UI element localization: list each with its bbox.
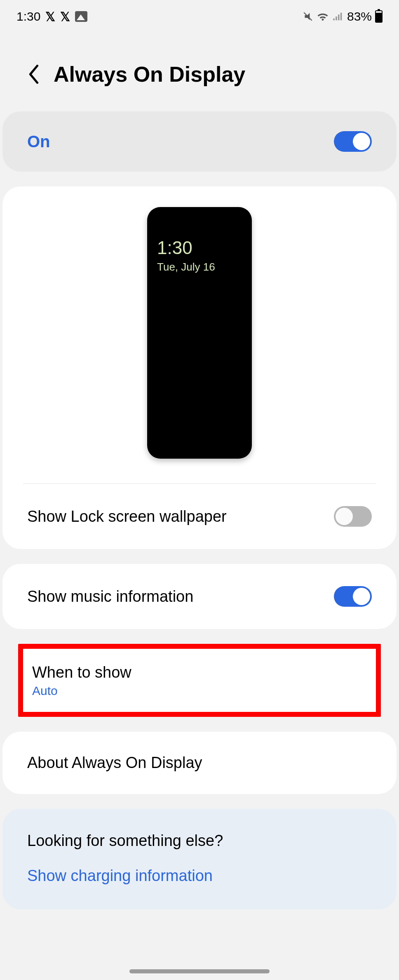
navigation-handle[interactable] <box>129 969 270 973</box>
master-toggle-row[interactable]: On <box>2 111 397 172</box>
back-button[interactable] <box>26 67 41 82</box>
status-right: 83% <box>303 9 383 24</box>
battery-icon <box>375 10 383 23</box>
about-card: About Always On Display <box>2 732 397 794</box>
preview-date: Tue, July 16 <box>157 261 242 273</box>
master-toggle-switch[interactable] <box>334 131 372 152</box>
show-music-label: Show music information <box>27 588 193 605</box>
show-wallpaper-row[interactable]: Show Lock screen wallpaper <box>2 484 397 549</box>
when-to-show-row[interactable]: When to show Auto <box>23 649 376 712</box>
looking-for-title: Looking for something else? <box>2 809 397 860</box>
status-bar: 1:30 𝕏 𝕏 83% <box>0 0 399 33</box>
cellular-signal-icon <box>332 11 344 22</box>
when-to-show-card: When to show Auto <box>23 649 376 712</box>
status-left: 1:30 𝕏 𝕏 <box>16 9 87 24</box>
show-charging-info-link[interactable]: Show charging information <box>2 860 397 909</box>
about-row[interactable]: About Always On Display <box>2 732 397 794</box>
when-to-show-label: When to show <box>32 664 131 681</box>
about-label: About Always On Display <box>27 754 202 772</box>
page-title: Always On Display <box>54 62 245 87</box>
aod-preview[interactable]: 1:30 Tue, July 16 <box>2 207 397 483</box>
battery-percentage: 83% <box>347 9 372 24</box>
show-music-card: Show music information <box>2 564 397 629</box>
show-music-row[interactable]: Show music information <box>2 564 397 629</box>
master-toggle-card: On <box>2 111 397 172</box>
show-wallpaper-label: Show Lock screen wallpaper <box>27 508 227 525</box>
notification-x-icon: 𝕏 <box>60 9 70 24</box>
highlight-box: When to show Auto <box>18 644 381 717</box>
preview-card: 1:30 Tue, July 16 Show Lock screen wallp… <box>2 186 397 549</box>
master-toggle-label: On <box>27 132 50 151</box>
looking-for-card: Looking for something else? Show chargin… <box>2 809 397 909</box>
phone-mockup: 1:30 Tue, July 16 <box>147 207 252 459</box>
wifi-icon <box>317 11 329 22</box>
mute-icon <box>303 11 313 22</box>
status-time: 1:30 <box>16 9 40 24</box>
notification-picture-icon <box>75 11 87 22</box>
preview-time: 1:30 <box>157 238 242 258</box>
show-wallpaper-toggle[interactable] <box>334 506 372 527</box>
show-music-toggle[interactable] <box>334 586 372 607</box>
when-to-show-value: Auto <box>32 684 131 698</box>
page-header: Always On Display <box>0 33 399 111</box>
notification-x-icon: 𝕏 <box>45 9 55 24</box>
